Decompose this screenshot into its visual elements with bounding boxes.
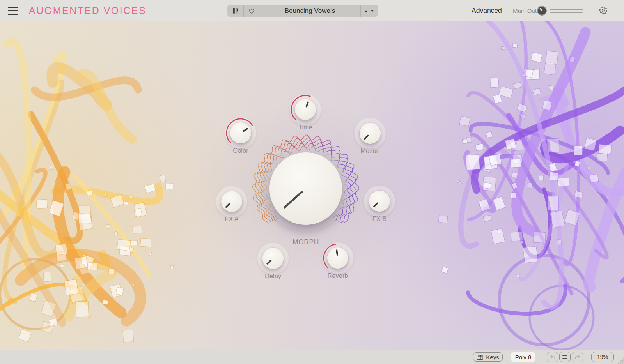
redo-button[interactable] — [572, 352, 583, 362]
knob-pointer — [305, 101, 309, 108]
preset-name[interactable]: Bouncing Vowels — [259, 5, 360, 17]
cpu-meter-value: 19% — [597, 354, 608, 360]
three-lines-icon — [562, 355, 567, 359]
main-panel: MORPH Time Color Motion FX A — [0, 21, 624, 350]
motion-label: Motion — [347, 147, 394, 155]
time-label: Time — [282, 124, 329, 131]
favorite-button[interactable] — [244, 5, 259, 17]
morph-knob-face[interactable] — [269, 152, 342, 225]
time-knob-face[interactable] — [295, 99, 316, 120]
augmented-voices-window: { "theme": { "accent_pink": "#e9688c", "… — [0, 0, 624, 364]
delay-knob[interactable]: Delay — [250, 235, 296, 282]
poly-button[interactable]: Poly 8 — [511, 352, 535, 362]
fx-a-label: FX A — [208, 216, 255, 223]
preset-nav: ▲ ▼ — [361, 5, 378, 17]
knob-pointer — [225, 203, 230, 208]
reverb-label: Reverb — [314, 272, 361, 279]
preset-browser-bar: Bouncing Vowels ▲ ▼ — [227, 5, 378, 17]
knob-pointer — [266, 260, 272, 265]
main-out-label: Main Out — [513, 7, 537, 14]
knob-pointer — [284, 191, 303, 209]
fx-b-knob[interactable]: FX B — [356, 178, 403, 224]
gear-icon[interactable] — [599, 6, 608, 15]
time-knob[interactable]: Time — [282, 86, 329, 133]
right-head-art — [438, 21, 624, 350]
output-meter — [550, 9, 583, 13]
color-label: Color — [217, 147, 264, 154]
piano-keys-icon — [477, 355, 483, 360]
keys-button[interactable]: Keys — [473, 352, 503, 362]
app-logo: AUGMENTED VOICES — [29, 5, 146, 16]
redo-icon — [574, 354, 581, 360]
reverb-knob[interactable]: Reverb — [314, 235, 361, 281]
top-toolbar: AUGMENTED VOICES Bouncing Vowels ▲ — [0, 0, 624, 21]
preset-prev-icon[interactable]: ▲ — [364, 9, 368, 13]
cpu-meter-button[interactable]: 19% — [591, 352, 614, 362]
color-knob-face[interactable] — [230, 122, 251, 143]
delay-knob-face[interactable] — [262, 248, 284, 269]
library-button[interactable] — [227, 5, 243, 17]
knob-pointer — [540, 8, 542, 11]
fx-b-label: FX B — [356, 215, 403, 223]
fx-a-knob-face[interactable] — [221, 191, 242, 212]
advanced-toggle[interactable]: Advanced — [472, 7, 502, 15]
undo-icon — [550, 354, 556, 360]
undo-button[interactable] — [547, 352, 558, 362]
keys-button-label: Keys — [486, 354, 499, 360]
resize-grip[interactable] — [617, 357, 624, 364]
menu-icon[interactable] — [8, 7, 18, 15]
knob-pointer — [373, 202, 378, 208]
heart-icon — [248, 7, 255, 14]
motion-knob[interactable]: Motion — [347, 110, 394, 157]
color-knob[interactable]: Color — [217, 110, 264, 156]
left-head-art — [0, 41, 174, 342]
knob-pointer — [336, 249, 338, 256]
knob-pointer — [363, 134, 369, 140]
library-icon — [232, 7, 239, 14]
preset-next-icon[interactable]: ▼ — [370, 9, 374, 13]
main-out-knob[interactable] — [537, 6, 547, 16]
panel-list-button[interactable] — [559, 352, 571, 362]
bottom-toolbar: Keys Poly 8 19% — [0, 350, 624, 364]
motion-knob-face[interactable] — [360, 123, 381, 144]
fx-b-knob-face[interactable] — [369, 191, 390, 212]
knob-pointer — [242, 128, 248, 132]
fx-a-knob[interactable]: FX A — [208, 178, 255, 225]
poly-button-label: Poly 8 — [515, 354, 532, 360]
delay-label: Delay — [250, 272, 296, 280]
reverb-knob-face[interactable] — [327, 247, 348, 269]
